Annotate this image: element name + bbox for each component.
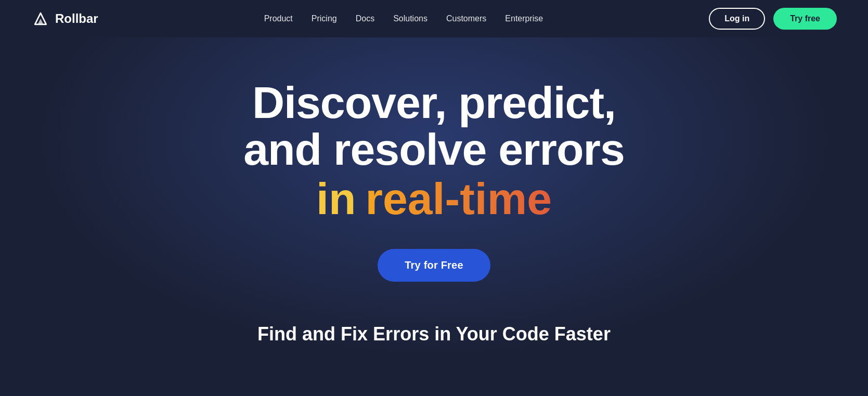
hero-word-in: in — [316, 175, 356, 222]
logo-text: Rollbar — [55, 11, 98, 26]
hero-heading-line2: and resolve errors — [243, 124, 624, 174]
logo-link[interactable]: Rollbar — [31, 9, 98, 28]
nav-pricing[interactable]: Pricing — [312, 14, 337, 23]
nav-solutions[interactable]: Solutions — [393, 14, 427, 23]
nav-product[interactable]: Product — [264, 14, 293, 23]
nav-links: Product Pricing Docs Solutions Customers… — [264, 14, 543, 23]
hero-word-realtime: real-time — [365, 175, 552, 222]
nav-actions: Log in Try free — [709, 8, 837, 30]
try-for-free-button[interactable]: Try for Free — [378, 249, 490, 282]
hero-heading-line1: Discover, predict, — [252, 77, 616, 127]
login-button[interactable]: Log in — [709, 8, 765, 30]
svg-marker-1 — [38, 19, 44, 24]
hero-section: Discover, predict, and resolve errors in… — [0, 37, 868, 376]
nav-customers[interactable]: Customers — [446, 14, 486, 23]
try-free-nav-button[interactable]: Try free — [773, 8, 837, 30]
rollbar-logo-icon — [31, 9, 50, 28]
navbar: Rollbar Product Pricing Docs Solutions C… — [0, 0, 868, 37]
hero-heading: Discover, predict, and resolve errors — [243, 79, 624, 173]
hero-cta: Try for Free — [378, 249, 490, 282]
nav-docs[interactable]: Docs — [356, 14, 374, 23]
nav-enterprise[interactable]: Enterprise — [505, 14, 543, 23]
hero-subtitle: Find and Fix Errors in Your Code Faster — [257, 323, 611, 345]
hero-realtime-line: in real-time — [316, 175, 552, 222]
